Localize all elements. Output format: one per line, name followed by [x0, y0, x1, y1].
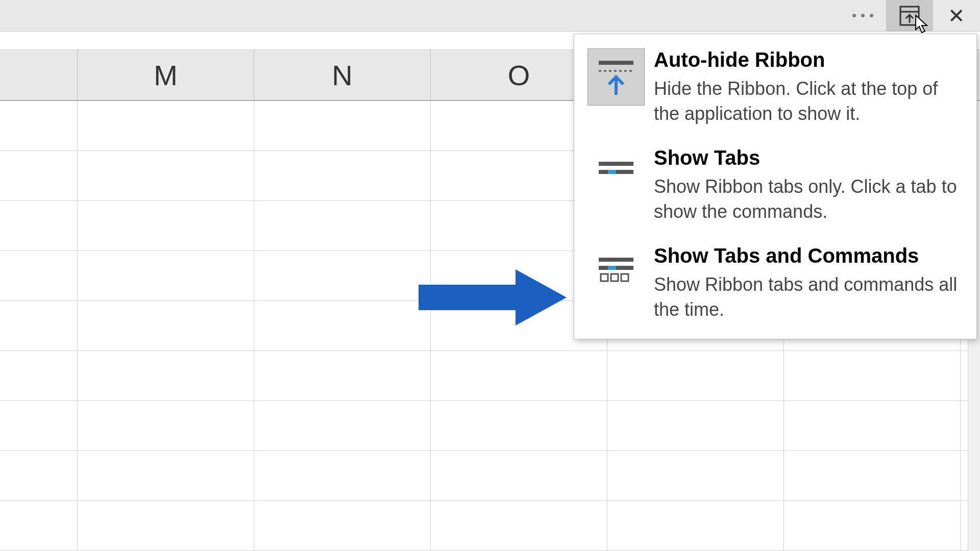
cell[interactable]: [607, 351, 784, 400]
show-tabs-and-commands-icon: [587, 244, 645, 302]
cell[interactable]: [254, 251, 431, 300]
column-header-L[interactable]: [0, 50, 78, 100]
cell[interactable]: [254, 151, 431, 201]
cell[interactable]: [431, 351, 607, 400]
table-row: [0, 351, 980, 401]
menu-item-description: Show Ribbon tabs and commands all the ti…: [654, 272, 963, 322]
column-header-N[interactable]: N: [254, 50, 431, 100]
cell[interactable]: [607, 451, 784, 500]
cell[interactable]: [78, 201, 254, 251]
ellipsis-icon: [852, 14, 873, 17]
svg-marker-14: [916, 15, 927, 33]
cell[interactable]: [0, 201, 78, 251]
menu-item-show-tabs[interactable]: Show Tabs Show Ribbon tabs only. Click a…: [574, 137, 976, 235]
more-options-button[interactable]: [839, 0, 886, 32]
cell[interactable]: [78, 301, 254, 350]
cell[interactable]: [0, 351, 78, 400]
cell[interactable]: [78, 501, 254, 550]
show-tabs-icon: [587, 146, 645, 204]
cell[interactable]: [0, 501, 78, 550]
auto-hide-ribbon-icon: [587, 48, 645, 106]
cell[interactable]: [78, 251, 254, 300]
svg-rect-11: [611, 274, 618, 281]
cell[interactable]: [784, 501, 961, 550]
cell[interactable]: [0, 451, 78, 500]
menu-item-description: Show Ribbon tabs only. Click a tab to sh…: [654, 174, 963, 224]
menu-item-auto-hide-ribbon[interactable]: Auto-hide Ribbon Hide the Ribbon. Click …: [574, 39, 976, 137]
svg-rect-2: [599, 61, 633, 65]
column-header-M[interactable]: M: [78, 50, 254, 100]
close-icon: ✕: [948, 6, 965, 26]
cell[interactable]: [254, 301, 431, 350]
cell[interactable]: [254, 201, 431, 251]
cell[interactable]: [78, 101, 254, 151]
cell[interactable]: [254, 501, 431, 550]
cell[interactable]: [431, 401, 607, 450]
annotation-arrow: [419, 264, 572, 333]
svg-rect-9: [608, 266, 616, 270]
svg-rect-6: [608, 170, 616, 174]
cell[interactable]: [0, 151, 78, 201]
cell[interactable]: [0, 101, 78, 151]
table-row: [0, 401, 980, 451]
cell[interactable]: [78, 401, 254, 450]
menu-item-title: Show Tabs and Commands: [654, 244, 963, 267]
menu-item-show-tabs-and-commands[interactable]: Show Tabs and Commands Show Ribbon tabs …: [574, 235, 976, 333]
cell[interactable]: [784, 401, 961, 450]
cell[interactable]: [0, 401, 78, 450]
cell[interactable]: [784, 451, 961, 500]
menu-item-description: Hide the Ribbon. Click at the top of the…: [654, 77, 963, 126]
cell[interactable]: [0, 301, 78, 350]
cell[interactable]: [254, 451, 431, 500]
svg-rect-12: [621, 274, 628, 281]
cell[interactable]: [431, 501, 607, 550]
cell[interactable]: [607, 401, 784, 450]
table-row: [0, 451, 980, 501]
cell[interactable]: [0, 251, 78, 300]
svg-rect-10: [601, 274, 608, 281]
cell[interactable]: [254, 351, 431, 400]
mouse-cursor-icon: [915, 14, 929, 37]
cell[interactable]: [431, 451, 607, 500]
cell[interactable]: [607, 501, 784, 550]
cell[interactable]: [784, 351, 961, 400]
menu-item-title: Auto-hide Ribbon: [654, 48, 963, 71]
svg-rect-7: [599, 258, 633, 262]
table-row: [0, 501, 980, 551]
title-bar: ✕: [0, 0, 980, 32]
svg-marker-13: [419, 269, 567, 325]
cell[interactable]: [78, 351, 254, 400]
close-button[interactable]: ✕: [933, 0, 980, 32]
cell[interactable]: [254, 101, 431, 151]
cell[interactable]: [78, 151, 254, 201]
cell[interactable]: [254, 401, 431, 450]
cell[interactable]: [78, 451, 254, 500]
menu-item-title: Show Tabs: [654, 146, 963, 169]
ribbon-display-options-menu: Auto-hide Ribbon Hide the Ribbon. Click …: [574, 34, 977, 339]
svg-rect-4: [599, 162, 633, 166]
